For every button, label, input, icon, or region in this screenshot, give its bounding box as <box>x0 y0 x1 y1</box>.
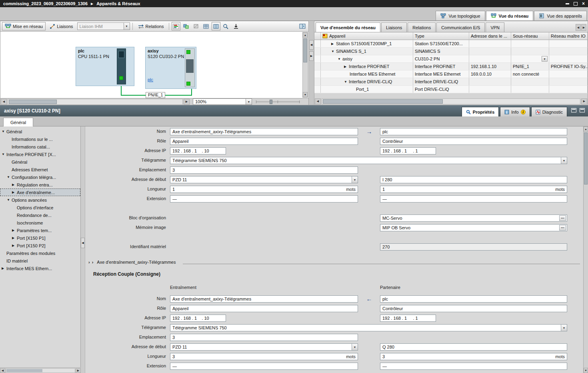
tree-hscrollbar[interactable]: ◀ ▶ <box>0 367 81 373</box>
nom-partenaire-input[interactable]: plc <box>380 128 567 135</box>
tree-item-general[interactable]: ▼Général <box>0 128 80 135</box>
tree-item-interface-profinet[interactable]: ▼Interface PROFINET [X... <box>0 150 80 158</box>
ip-partenaire-input[interactable]: 192 . 168 . 1 . 1 <box>380 147 436 154</box>
jump-icon[interactable]: ›› <box>88 260 95 265</box>
scroll-up-icon[interactable]: ▲ <box>303 32 308 38</box>
adresse-debut-select[interactable]: PZD 11▼ <box>170 343 358 351</box>
extension-partenaire-input[interactable]: — <box>380 195 567 203</box>
collapse-icon[interactable]: ▼ <box>2 152 6 156</box>
longueur-partenaire-input[interactable]: 3mots <box>380 353 567 360</box>
float-panel-icon[interactable] <box>571 108 576 112</box>
tree-item-informations-projet[interactable]: Informations sur le ... <box>0 135 80 143</box>
collapse-icon[interactable]: ▼ <box>7 198 12 202</box>
ip-input[interactable]: 192 . 168 . 1 . 10 <box>170 147 226 154</box>
table-row[interactable]: ▶Station S71500/ET200MP_1 Station S71500… <box>314 40 588 48</box>
expand-icon[interactable]: ▶ <box>331 42 336 46</box>
nom-input[interactable]: Axe d'entraînement_axixy-Télégrammes <box>170 128 358 135</box>
table-row[interactable]: ▼SINAMICS S_1 SINAMICS S <box>314 48 588 55</box>
subnet-label[interactable]: PN/IE_1 <box>146 92 165 98</box>
liaison-type-select[interactable]: Liaison IHM ▼ <box>77 22 130 30</box>
telegramme-select[interactable]: Télégramme SIEMENS 750▼ <box>170 324 567 331</box>
chevron-down-icon[interactable]: ▼ <box>352 344 358 350</box>
role-partenaire-input[interactable]: Contrôleur <box>380 138 567 145</box>
scroll-left-icon[interactable]: ◀ <box>0 368 5 373</box>
scroll-left-icon[interactable]: ◀ <box>315 98 321 104</box>
tree-item-informations-catalogue[interactable]: Informations catal... <box>0 143 80 150</box>
nom-partenaire-input[interactable]: plc <box>380 295 567 303</box>
scroll-thumb[interactable] <box>303 38 307 62</box>
emplacement-input[interactable]: 3 <box>170 166 358 174</box>
scroll-left-icon[interactable]: ◀ <box>1 99 7 105</box>
expand-icon[interactable]: ▶ <box>12 244 17 247</box>
ip-partenaire-input[interactable]: 192 . 168 . 1 . 1 <box>380 315 436 322</box>
tree-item-axe-entrainement[interactable]: ▶Axe d'entraîneme... <box>0 189 80 196</box>
device-axisy[interactable]: axisy S120 CU310-2 PN plc <box>145 47 196 89</box>
ip-input[interactable]: 192 . 168 . 1 . 10 <box>170 315 226 322</box>
scroll-thumb[interactable] <box>9 100 57 104</box>
tab-proprietes[interactable]: Propriétés <box>462 107 499 116</box>
subnet-line[interactable] <box>121 86 122 96</box>
longueur-input[interactable]: 1mots <box>170 186 358 193</box>
longueur-partenaire-input[interactable]: 1mots <box>380 186 567 193</box>
expand-icon[interactable]: ▶ <box>12 236 17 240</box>
collapse-panel-icon[interactable] <box>580 108 585 112</box>
minimize-icon[interactable] <box>566 3 569 4</box>
expand-icon[interactable]: ▶ <box>12 191 17 194</box>
panel-splitter[interactable]: ◀ ▶ <box>309 21 314 105</box>
form-vscrollbar[interactable]: ▲ ▼ <box>583 126 588 373</box>
collapse-left-icon[interactable]: ◀ <box>309 40 314 50</box>
adresse-debut-partenaire-input[interactable]: I 280 <box>380 176 567 183</box>
expand-icon[interactable]: ▶ <box>12 229 17 232</box>
browse-button[interactable]: ... <box>559 215 566 221</box>
canvas-hscrollbar[interactable] <box>8 99 183 105</box>
maximize-icon[interactable] <box>574 2 578 6</box>
collapse-icon[interactable]: ▼ <box>2 130 6 133</box>
extension-partenaire-input[interactable]: — <box>380 363 567 370</box>
role-input[interactable]: Appareil <box>170 305 358 312</box>
telegramme-select[interactable]: Télégramme SIEMENS 750▼ <box>170 157 567 164</box>
telegram-section-link[interactable]: ›› Axe d'entraînement_axixy-Télégrammes <box>88 259 580 266</box>
tab-info[interactable]: Info i <box>500 107 530 116</box>
adresse-debut-select[interactable]: PZD 11▼ <box>170 176 358 183</box>
table-row[interactable]: Interface MES Ethernet Interface MES Eth… <box>314 70 588 78</box>
tab-diagnostic[interactable]: Diagnostic <box>531 107 567 116</box>
dim-connections-icon[interactable] <box>192 22 200 30</box>
extension-input[interactable]: — <box>170 363 358 370</box>
overview-hscrollbar[interactable]: ◀ ▶ <box>315 98 587 104</box>
tab-vue-densemble[interactable]: Vue d'ensemble du réseau <box>316 22 380 32</box>
tab-relations[interactable]: Relations <box>408 22 436 32</box>
tabs-right-icon[interactable]: ▶ <box>581 24 586 31</box>
liaisons-button[interactable]: Liaisons <box>47 22 76 30</box>
tab-vue-des-appareils[interactable]: Vue des appareils <box>534 11 587 20</box>
chevron-down-icon[interactable]: ▼ <box>352 176 358 183</box>
scroll-up-icon[interactable]: ▲ <box>584 126 588 132</box>
table-row[interactable]: Port_1 Port DRIVE-CLiQ <box>314 86 588 93</box>
collapse-icon[interactable]: ▼ <box>338 57 342 61</box>
chevron-down-icon[interactable]: ▼ <box>246 99 252 104</box>
tree-item-port-x150-p2[interactable]: ▶Port [X150 P2] <box>0 242 80 249</box>
zoom-slider[interactable] <box>256 99 300 104</box>
tree-item-general-2[interactable]: Général <box>0 158 80 166</box>
role-input[interactable]: Appareil <box>170 138 358 145</box>
longueur-input[interactable]: 3mots <box>170 353 358 360</box>
tree-item-isochronisme[interactable]: Isochronisme <box>0 219 80 227</box>
scroll-thumb[interactable] <box>6 369 42 372</box>
table-row[interactable]: ▼Interface DRIVE-CLiQ Interface DRIVE-CL… <box>314 78 588 86</box>
scroll-right-icon[interactable]: ▶ <box>184 99 190 105</box>
extension-input[interactable]: — <box>170 195 358 203</box>
canvas-vscrollbar[interactable]: ▲ ▼ <box>302 32 308 98</box>
tree-item-parametres-modules[interactable]: Paramètres des modules <box>0 249 80 257</box>
expand-icon[interactable]: ▶ <box>2 267 6 270</box>
collapse-icon[interactable]: ▼ <box>7 175 12 179</box>
tab-vue-du-reseau[interactable]: Vue du réseau <box>486 11 534 20</box>
collapse-right-icon[interactable]: ▶ <box>309 51 314 61</box>
tab-vue-topologique[interactable]: Vue topologique <box>436 11 485 20</box>
tab-vpn[interactable]: VPN <box>486 22 504 32</box>
nom-input[interactable]: Axe d'entraînement_axixy-Télégrammes <box>170 295 358 303</box>
network-canvas[interactable]: plc CPU 1511-1 PN axisy S120 CU310-2 PN … <box>0 32 309 98</box>
zoom-select-icon[interactable] <box>222 22 230 30</box>
scroll-right-icon[interactable]: ▶ <box>581 98 587 104</box>
tree-item-interface-mes[interactable]: ▶Interface MES Ethern... <box>0 265 80 272</box>
adresse-debut-partenaire-input[interactable]: Q 280 <box>380 343 567 351</box>
address-labels-icon[interactable] <box>172 22 180 30</box>
